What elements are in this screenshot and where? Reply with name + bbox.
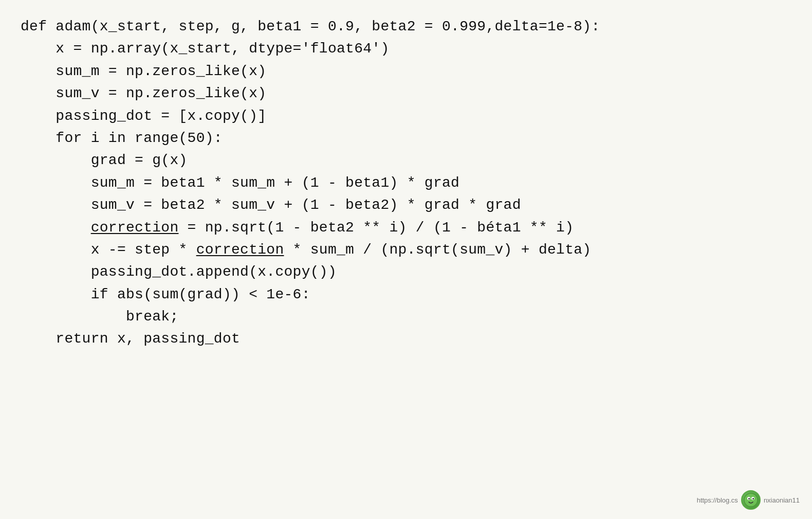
line-7: grad = g(x) bbox=[21, 152, 188, 168]
line-2: x = np.array(x_start, dtype='float64') bbox=[21, 41, 389, 57]
line-12: passing_dot.append(x.copy()) bbox=[21, 264, 337, 280]
line-9: sum_v = beta2 * sum_v + (1 - beta2) * gr… bbox=[21, 197, 521, 213]
correction-line11: correction bbox=[196, 242, 284, 258]
line-3: sum_m = np.zeros_like(x) bbox=[21, 63, 266, 79]
line-13: if abs(sum(grad)) < 1e-6: bbox=[21, 287, 310, 302]
correction-line10: correction bbox=[91, 220, 179, 236]
line-8: sum_m = beta1 * sum_m + (1 - beta1) * gr… bbox=[21, 175, 459, 191]
line-1: def adam(x_start, step, g, beta1 = 0.9, … bbox=[21, 19, 600, 34]
line-6: for i in range(50): bbox=[21, 130, 223, 146]
watermark: https://blog.cs nxiaonian11 bbox=[697, 490, 800, 510]
code-container: def adam(x_start, step, g, beta1 = 0.9, … bbox=[0, 0, 812, 519]
line-10: correction = np.sqrt(1 - beta2 ** i) / (… bbox=[21, 220, 574, 236]
line-15: return x, passing_dot bbox=[21, 331, 240, 347]
svg-point-5 bbox=[748, 498, 749, 498]
line-14: break; bbox=[21, 309, 179, 325]
line-5: passing_dot = [x.copy()] bbox=[21, 108, 266, 124]
svg-point-0 bbox=[744, 493, 758, 507]
svg-point-6 bbox=[752, 498, 753, 498]
line-11: x -= step * correction * sum_m / (np.sqr… bbox=[21, 242, 591, 258]
line-4: sum_v = np.zeros_like(x) bbox=[21, 85, 266, 101]
watermark-icon bbox=[741, 490, 761, 510]
watermark-name: nxiaonian11 bbox=[764, 496, 800, 504]
watermark-url: https://blog.cs bbox=[697, 496, 738, 504]
code-block: def adam(x_start, step, g, beta1 = 0.9, … bbox=[21, 15, 791, 350]
